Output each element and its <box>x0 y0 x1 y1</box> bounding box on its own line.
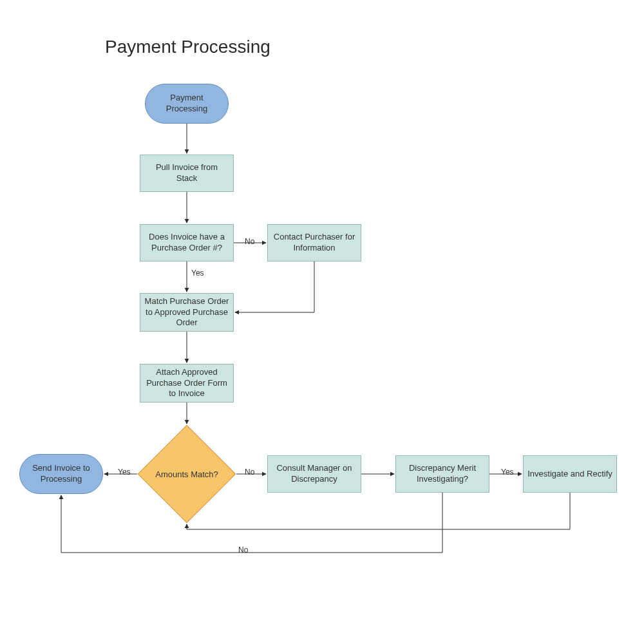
node-consult-manager-label: Consult Manager on Discrepancy <box>272 463 357 485</box>
node-contact-purchaser-label: Contact Purchaser for Information <box>272 232 357 254</box>
label-merit-no: No <box>238 545 248 554</box>
node-match-po: Match Purchase Order to Approved Purchas… <box>140 293 234 332</box>
node-has-po: Does Invoice have a Purchase Order #? <box>140 224 234 261</box>
label-haspo-no: No <box>245 237 254 246</box>
label-haspo-yes: Yes <box>191 269 204 278</box>
node-amounts-match-label: Amounts Match? <box>152 439 222 509</box>
node-start: Payment Processing <box>145 84 229 124</box>
node-amounts-match: Amounts Match? <box>152 439 222 509</box>
node-send-invoice-label: Send Invoice to Processing <box>24 463 99 485</box>
node-pull-invoice-label: Pull Invoice from Stack <box>144 162 229 184</box>
node-merit-investigating: Discrepancy Merit Investigating? <box>395 455 489 493</box>
node-pull-invoice: Pull Invoice from Stack <box>140 155 234 192</box>
label-amounts-yes: Yes <box>118 468 131 477</box>
diagram-title: Payment Processing <box>105 37 270 57</box>
node-merit-investigating-label: Discrepancy Merit Investigating? <box>400 463 485 485</box>
connectors <box>0 0 644 644</box>
node-attach-po-label: Attach Approved Purchase Order Form to I… <box>144 367 229 400</box>
node-send-invoice: Send Invoice to Processing <box>19 454 103 494</box>
node-investigate-label: Investigate and Rectify <box>527 469 612 480</box>
label-merit-yes: Yes <box>501 468 514 477</box>
node-investigate: Investigate and Rectify <box>523 455 617 493</box>
label-amounts-no: No <box>245 468 254 477</box>
node-start-label: Payment Processing <box>166 93 207 115</box>
node-attach-po: Attach Approved Purchase Order Form to I… <box>140 364 234 402</box>
node-has-po-label: Does Invoice have a Purchase Order #? <box>144 232 229 254</box>
node-consult-manager: Consult Manager on Discrepancy <box>267 455 361 493</box>
node-contact-purchaser: Contact Purchaser for Information <box>267 224 361 261</box>
node-match-po-label: Match Purchase Order to Approved Purchas… <box>144 296 229 329</box>
